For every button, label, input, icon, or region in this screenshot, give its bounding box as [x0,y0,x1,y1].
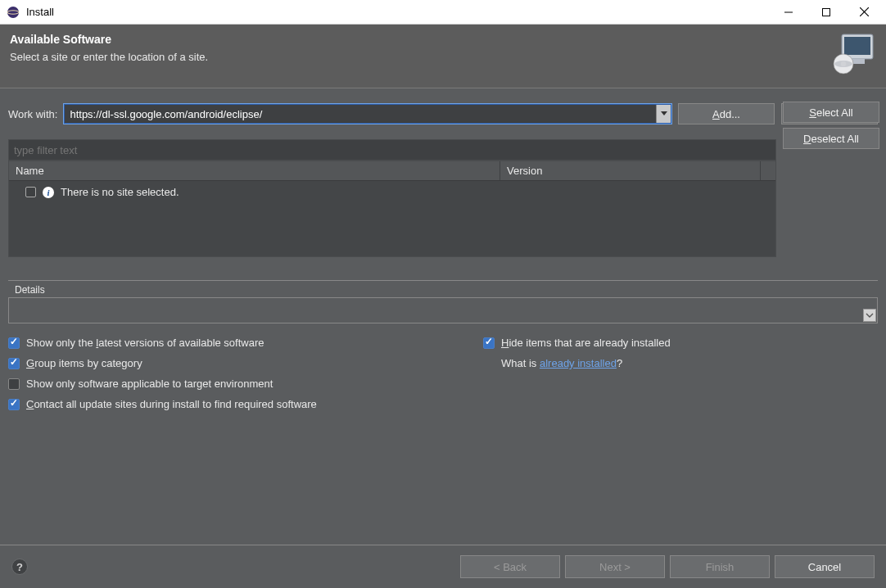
check-contact-sites-box[interactable] [8,399,20,410]
deselect-all-button[interactable]: Deselect All [783,128,879,149]
eclipse-icon [7,6,20,19]
details-label: Details [11,284,48,296]
close-button[interactable] [845,0,883,25]
wizard-header: Available Software Select a site or ente… [0,25,886,88]
back-button[interactable]: < Back [460,555,560,578]
check-target-env-box[interactable] [8,378,20,390]
cancel-button[interactable]: Cancel [775,555,875,578]
content-area: Work with: Add... Manage... Name Version [0,103,886,410]
install-wizard-icon [830,29,878,77]
svg-marker-12 [661,111,667,115]
details-textarea[interactable] [8,297,878,323]
work-with-combo[interactable] [64,104,671,124]
column-header-blank [761,161,775,180]
filter-input[interactable] [8,139,776,161]
work-with-label: Work with: [8,108,57,120]
svg-rect-7 [844,37,870,55]
tree-empty-row: i There is no site selected. [16,186,769,198]
tree-empty-message: There is no site selected. [61,186,179,198]
check-show-latest-box[interactable] [8,337,20,349]
check-show-latest[interactable]: Show only the latest versions of availab… [8,337,434,349]
work-with-input[interactable] [65,105,656,123]
maximize-button[interactable] [807,0,845,25]
already-installed-text: What is already installed? [501,357,671,369]
finish-button[interactable]: Finish [670,555,770,578]
wizard-subtitle: Select a site or enter the location of a… [10,51,876,63]
already-installed-link[interactable]: already installed [540,357,617,369]
svg-point-0 [7,7,19,18]
wizard-footer: ? < Back Next > Finish Cancel [0,545,886,588]
column-header-name[interactable]: Name [9,161,500,180]
check-hide-installed[interactable]: Hide items that are already installed [483,337,671,349]
column-header-version[interactable]: Version [500,161,761,180]
titlebar: Install [0,0,886,25]
svg-rect-3 [823,8,830,16]
check-group-category-box[interactable] [8,358,20,369]
software-tree[interactable]: Name Version i There is no site selected… [8,161,776,257]
select-all-button[interactable]: Select All [783,102,879,123]
details-scroll-down-button[interactable] [863,309,876,322]
info-icon: i [43,187,54,198]
help-icon[interactable]: ? [11,559,28,575]
combo-dropdown-button[interactable] [656,105,671,123]
check-contact-sites[interactable]: Contact all update sites during install … [8,398,434,410]
tree-row-checkbox[interactable] [25,187,36,197]
check-group-category[interactable]: Group items by category [8,357,434,369]
window-title: Install [26,6,770,18]
wizard-title: Available Software [10,33,876,46]
check-hide-installed-box[interactable] [483,337,495,349]
check-target-env[interactable]: Show only software applicable to target … [8,378,434,390]
add-button[interactable]: Add... [678,103,775,124]
minimize-button[interactable] [770,0,807,25]
svg-point-11 [841,61,846,66]
next-button[interactable]: Next > [565,555,665,578]
